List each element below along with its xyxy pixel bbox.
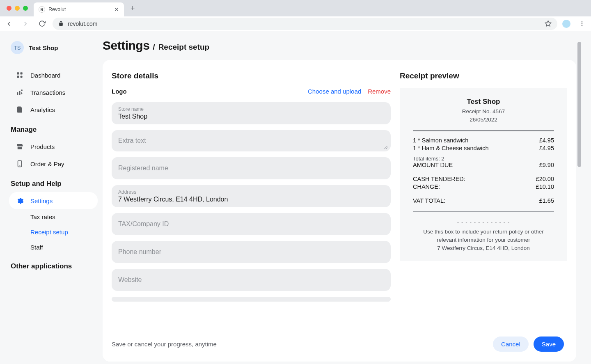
- field-placeholder: Extra text: [118, 137, 384, 144]
- item-desc: 1 * Salmon sandwich: [413, 137, 468, 144]
- url-text: revolut.com: [68, 21, 97, 27]
- cancel-button[interactable]: Cancel: [493, 337, 529, 352]
- receipt-date: 26/05/2022: [413, 116, 554, 124]
- field-placeholder: Registered name: [118, 165, 384, 172]
- dashes: - - - - - - - - - - - - -: [413, 218, 554, 226]
- scrollbar[interactable]: [577, 42, 581, 355]
- store-icon: [16, 142, 24, 151]
- vat-label: VAT TOTAL:: [413, 197, 445, 204]
- sidebar-item-dashboard[interactable]: Dashboard: [9, 66, 98, 84]
- phone-icon: [16, 160, 24, 168]
- amount-due-label: AMOUNT DUE: [413, 162, 453, 168]
- tab-title: Revolut: [48, 7, 111, 12]
- sidebar-item-products[interactable]: Products: [9, 138, 98, 155]
- doc-icon: [16, 105, 24, 114]
- store-name-input[interactable]: Store name Test Shop: [112, 102, 391, 124]
- sidebar-item-label: Products: [30, 143, 55, 150]
- address-bar[interactable]: revolut.com: [53, 18, 557, 30]
- star-icon[interactable]: [545, 20, 552, 27]
- window-controls: [3, 6, 31, 11]
- shop-selector[interactable]: TS Test Shop: [9, 41, 98, 54]
- sidebar-item-analytics[interactable]: Analytics: [9, 101, 98, 118]
- sidebar-item-transactions[interactable]: Transactions: [9, 84, 98, 101]
- browser-tab-bar: R Revolut ✕ +: [0, 0, 591, 16]
- change-label: CHANGE:: [413, 183, 440, 190]
- forward-button[interactable]: [20, 18, 31, 30]
- sidebar-sub-tax-rates[interactable]: Tax rates: [9, 209, 98, 224]
- browser-menu-icon[interactable]: [576, 18, 588, 30]
- item-desc: 1 * Ham & Cheese sandwich: [413, 145, 489, 151]
- footer-address: 7 Westferry Circus, E14 4HD, London: [413, 244, 554, 252]
- scrollbar-thumb[interactable]: [577, 42, 581, 167]
- remove-link[interactable]: Remove: [368, 88, 391, 95]
- svg-marker-0: [545, 21, 551, 26]
- extra-text-input[interactable]: Extra text: [112, 130, 391, 151]
- svg-point-1: [582, 21, 583, 23]
- upload-link[interactable]: Choose and upload: [308, 88, 361, 95]
- breadcrumb-separator: /: [153, 43, 155, 52]
- receipt-preview-panel: Receipt preview Test Shop Receipt No. 45…: [400, 60, 576, 362]
- breadcrumb: Settings / Receipt setup: [103, 39, 576, 60]
- content-card: Store details Logo Choose and upload Rem…: [103, 60, 576, 362]
- cutoff-field[interactable]: [112, 297, 391, 302]
- main: Settings / Receipt setup Store details L…: [103, 31, 591, 364]
- receipt-divider: [413, 211, 554, 212]
- tab-favicon: R: [39, 6, 45, 13]
- store-details-heading: Store details: [112, 71, 391, 80]
- item-price: £4.95: [539, 145, 554, 151]
- receipt-footer: - - - - - - - - - - - - - Use this box t…: [413, 218, 554, 253]
- sidebar-item-settings[interactable]: Settings: [9, 192, 98, 209]
- tax-id-input[interactable]: TAX/Company ID: [112, 213, 391, 235]
- shop-name: Test Shop: [29, 44, 58, 51]
- address-input[interactable]: Address 7 Westferry Circus, E14 4HD, Lon…: [112, 185, 391, 207]
- phone-input[interactable]: Phone number: [112, 241, 391, 263]
- sidebar-section-manage: Manage: [9, 118, 98, 138]
- sidebar-item-label: Dashboard: [30, 72, 60, 79]
- svg-point-3: [582, 25, 583, 26]
- sidebar-sub-receipt-setup[interactable]: Receipt setup: [9, 224, 98, 240]
- sidebar-sub-staff[interactable]: Staff: [9, 240, 98, 255]
- total-items: Total items: 2: [413, 156, 554, 162]
- svg-rect-5: [21, 72, 23, 74]
- logo-label: Logo: [112, 88, 308, 95]
- field-value: Test Shop: [118, 113, 384, 120]
- store-details-panel: Store details Logo Choose and upload Rem…: [103, 60, 400, 362]
- grid-icon: [16, 71, 24, 79]
- receipt-line-item: 1 * Ham & Cheese sandwich £4.95: [413, 145, 554, 151]
- receipt-shop-name: Test Shop: [413, 98, 554, 106]
- vat-value: £1.65: [539, 197, 554, 204]
- tab-close-icon[interactable]: ✕: [114, 6, 119, 13]
- maximize-window[interactable]: [23, 6, 28, 11]
- field-label: Store name: [118, 106, 384, 112]
- change-value: £10.10: [536, 183, 554, 190]
- page-subtitle: Receipt setup: [158, 43, 210, 52]
- browser-tab[interactable]: R Revolut ✕: [34, 2, 124, 16]
- cash-label: CASH TENDERED:: [413, 176, 465, 182]
- new-tab-button[interactable]: +: [126, 4, 139, 13]
- receipt-line-item: 1 * Salmon sandwich £4.95: [413, 137, 554, 144]
- svg-point-2: [582, 23, 583, 24]
- field-placeholder: TAX/Company ID: [118, 220, 384, 228]
- profile-avatar[interactable]: [562, 20, 570, 28]
- reload-button[interactable]: [36, 18, 48, 30]
- sidebar-item-label: Transactions: [30, 89, 65, 96]
- field-placeholder: Phone number: [118, 248, 384, 256]
- svg-rect-9: [19, 91, 21, 95]
- amount-due-row: AMOUNT DUE £9.90: [413, 162, 554, 168]
- receipt-preview-heading: Receipt preview: [400, 71, 567, 80]
- receipt-divider: [413, 130, 554, 131]
- sidebar: TS Test Shop Dashboard Transactions Anal…: [0, 31, 103, 364]
- page-footer: Save or cancel your progress, anytime Ca…: [103, 329, 576, 362]
- website-input[interactable]: Website: [112, 269, 391, 291]
- close-window[interactable]: [7, 6, 11, 11]
- save-button[interactable]: Save: [534, 337, 564, 352]
- field-label: Address: [118, 189, 384, 195]
- sidebar-item-order-pay[interactable]: Order & Pay: [9, 155, 98, 172]
- receipt-number: Receipt No. 4567: [413, 108, 554, 116]
- minimize-window[interactable]: [15, 6, 20, 11]
- svg-rect-4: [17, 72, 19, 74]
- logo-row: Logo Choose and upload Remove: [112, 88, 391, 95]
- shop-avatar: TS: [11, 41, 24, 54]
- back-button[interactable]: [3, 18, 15, 30]
- registered-name-input[interactable]: Registered name: [112, 157, 391, 179]
